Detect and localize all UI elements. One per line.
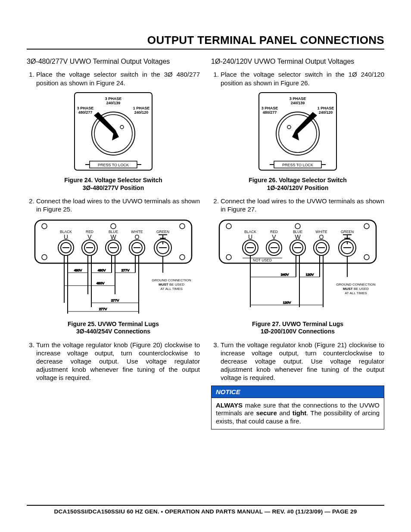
svg-text:480/277: 480/277 bbox=[78, 110, 93, 115]
svg-text:NOT USED: NOT USED bbox=[253, 258, 272, 262]
svg-text:240V: 240V bbox=[281, 273, 289, 277]
svg-text:V: V bbox=[87, 233, 92, 240]
svg-text:MUST BE USED: MUST BE USED bbox=[159, 283, 184, 286]
figure-27-diagram: BLACK RED BLUE WHITE GREEN U V W O bbox=[216, 217, 380, 317]
svg-text:GROUND CONNECTION: GROUND CONNECTION bbox=[152, 278, 191, 282]
svg-text:480V: 480V bbox=[98, 268, 106, 272]
svg-text:240/120: 240/120 bbox=[319, 110, 333, 115]
svg-text:3 PHASE: 3 PHASE bbox=[290, 96, 306, 101]
svg-text:120V: 120V bbox=[306, 273, 314, 277]
svg-text:AT ALL TIMES: AT ALL TIMES bbox=[160, 287, 183, 291]
left-step-2: Connect the load wires to the UVWO termi… bbox=[36, 197, 200, 213]
figure-27-caption: Figure 27. UVWO Terminal Lugs1Ø-200/100V… bbox=[211, 320, 384, 336]
svg-text:W: W bbox=[295, 233, 301, 240]
svg-text:W: W bbox=[110, 233, 116, 240]
svg-text:480V: 480V bbox=[74, 268, 82, 272]
svg-text:277V: 277V bbox=[121, 268, 130, 272]
svg-text:3 PHASE: 3 PHASE bbox=[105, 96, 122, 101]
svg-text:PRESS TO LOCK: PRESS TO LOCK bbox=[282, 163, 313, 167]
svg-text:O: O bbox=[319, 233, 324, 240]
svg-text:240/139: 240/139 bbox=[106, 101, 121, 105]
figure-25-caption: Figure 25. UVWO Terminal Lugs3Ø-440/254V… bbox=[27, 320, 200, 336]
figure-26-caption: Figure 26. Voltage Selector Switch1Ø-240… bbox=[211, 177, 384, 192]
page-title: OUTPUT TERMINAL PANEL CONNECTIONS bbox=[27, 34, 384, 50]
svg-text:240/120: 240/120 bbox=[134, 110, 149, 115]
svg-text:480V: 480V bbox=[97, 281, 105, 285]
figure-25-diagram: BLACK RED BLUE WHITE GREEN U V W O bbox=[31, 217, 195, 317]
page-footer: DCA150SSI/DCA150SSIU 60 HZ GEN. • OPERAT… bbox=[27, 505, 384, 515]
svg-text:GREEN: GREEN bbox=[156, 230, 169, 234]
svg-text:120V: 120V bbox=[283, 301, 291, 305]
svg-text:3 PHASE: 3 PHASE bbox=[262, 106, 278, 110]
svg-text:U: U bbox=[64, 233, 68, 240]
svg-text:240/139: 240/139 bbox=[291, 101, 305, 105]
right-subhead: 1Ø-240/120V UVWO Terminal Output Voltage… bbox=[211, 57, 384, 66]
svg-text:GREEN: GREEN bbox=[341, 230, 354, 234]
figure-26-diagram: 3 PHASE 240/139 3 PHASE 480/277 1 PHASE … bbox=[257, 90, 339, 174]
svg-text:1 PHASE: 1 PHASE bbox=[318, 106, 334, 110]
figure-24-diagram: 3 PHASE 240/139 3 PHASE 480/277 1 PHASE … bbox=[72, 90, 154, 174]
left-subhead: 3Ø-480/277V UVWO Terminal Output Voltage… bbox=[27, 57, 200, 66]
svg-text:O: O bbox=[135, 233, 140, 240]
svg-text:277V: 277V bbox=[111, 299, 119, 302]
svg-text:V: V bbox=[272, 233, 276, 240]
svg-text:PRESS TO LOCK: PRESS TO LOCK bbox=[98, 163, 129, 167]
right-step-3: Turn the voltage regulator knob (Figure … bbox=[221, 341, 384, 382]
right-column: 1Ø-240/120V UVWO Terminal Output Voltage… bbox=[211, 56, 384, 429]
left-column: 3Ø-480/277V UVWO Terminal Output Voltage… bbox=[27, 56, 200, 429]
svg-text:MUST BE USED: MUST BE USED bbox=[343, 287, 369, 291]
notice-heading: NOTICE bbox=[211, 386, 384, 398]
svg-text:3 PHASE: 3 PHASE bbox=[77, 106, 94, 110]
svg-text:1 PHASE: 1 PHASE bbox=[133, 106, 150, 110]
right-step-2: Connect the load wires to the UVWO termi… bbox=[221, 197, 384, 213]
figure-24-caption: Figure 24. Voltage Selector Switch3Ø-480… bbox=[27, 177, 200, 192]
right-step-1: Place the voltage selector switch in the… bbox=[221, 70, 384, 87]
notice-body: ALWAYS make sure that the connections to… bbox=[211, 398, 384, 429]
svg-text:GROUND CONNECTION: GROUND CONNECTION bbox=[336, 283, 376, 286]
svg-text:AT ALL TIMES: AT ALL TIMES bbox=[345, 291, 367, 295]
left-step-3: Turn the voltage regulator knob (Figure … bbox=[36, 341, 200, 382]
svg-text:U: U bbox=[248, 233, 252, 240]
left-step-1: Place the voltage selector switch in the… bbox=[36, 70, 200, 87]
notice-box: NOTICE ALWAYS make sure that the connect… bbox=[211, 386, 384, 429]
svg-text:480/277: 480/277 bbox=[263, 110, 277, 115]
svg-text:277V: 277V bbox=[99, 307, 107, 311]
